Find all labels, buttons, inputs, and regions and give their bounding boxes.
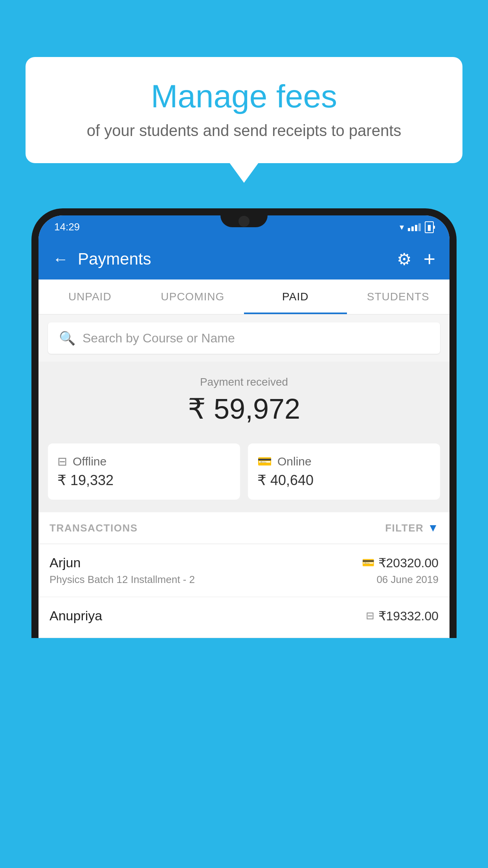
transaction-name-anupriya: Anupriya [50, 608, 102, 623]
search-icon: 🔍 [59, 330, 75, 346]
transaction-name-arjun: Arjun [50, 555, 81, 570]
transaction-top-arjun: Arjun 💳 ₹20320.00 [50, 555, 438, 570]
online-card-top: 💳 Online [257, 454, 431, 468]
phone-screen: 14:29 ▾ ▮ [39, 215, 449, 638]
offline-amount: ₹ 19,332 [57, 472, 231, 489]
signal-icon [408, 223, 421, 231]
transaction-top-anupriya: Anupriya ⊟ ₹19332.00 [50, 608, 438, 623]
phone-notch [220, 215, 268, 227]
card-payment-icon: 💳 [362, 557, 374, 569]
transaction-amount-arjun: ₹20320.00 [378, 555, 438, 570]
payment-label: Payment received [48, 376, 440, 388]
transactions-label: TRANSACTIONS [50, 522, 138, 534]
payment-cards-row: ⊟ Offline ₹ 19,332 💳 Online ₹ 40,640 [39, 437, 449, 512]
filter-label: FILTER [385, 522, 424, 534]
speech-bubble: Manage fees of your students and send re… [26, 57, 462, 163]
tab-paid[interactable]: PAID [244, 280, 347, 314]
search-input[interactable]: Search by Course or Name [83, 331, 235, 346]
tab-upcoming[interactable]: UPCOMING [141, 280, 244, 314]
search-box[interactable]: 🔍 Search by Course or Name [48, 322, 440, 354]
transaction-bottom-arjun: Physics Batch 12 Installment - 2 06 June… [50, 574, 438, 586]
camera-dot [238, 216, 250, 227]
transaction-course-arjun: Physics Batch 12 Installment - 2 [50, 574, 195, 586]
bubble-title: Manage fees [49, 79, 439, 114]
back-button[interactable]: ← [53, 250, 68, 268]
add-button[interactable]: + [424, 247, 435, 271]
battery-icon: ▮ [425, 221, 434, 233]
table-row[interactable]: Anupriya ⊟ ₹19332.00 [39, 597, 449, 638]
offline-payment-icon: ⊟ [57, 454, 67, 468]
transaction-amount-wrap-anupriya: ⊟ ₹19332.00 [366, 609, 438, 623]
tabs-container: UNPAID UPCOMING PAID STUDENTS [39, 280, 449, 314]
wifi-icon: ▾ [400, 222, 404, 232]
settings-icon[interactable]: ⚙ [397, 250, 412, 269]
filter-icon: ▼ [427, 522, 438, 534]
transaction-date-arjun: 06 June 2019 [376, 574, 438, 586]
tab-students[interactable]: STUDENTS [347, 280, 450, 314]
transaction-amount-wrap-arjun: 💳 ₹20320.00 [362, 555, 438, 570]
online-label: Online [277, 455, 312, 468]
payment-amount: ₹ 59,972 [48, 392, 440, 425]
header-left: ← Payments [53, 250, 151, 268]
app-header: ← Payments ⚙ + [39, 239, 449, 280]
online-card: 💳 Online ₹ 40,640 [248, 443, 440, 500]
phone-container: 14:29 ▾ ▮ [31, 208, 457, 868]
offline-card-top: ⊟ Offline [57, 454, 231, 468]
offline-payment-icon-row: ⊟ [366, 610, 374, 622]
offline-card: ⊟ Offline ₹ 19,332 [48, 443, 240, 500]
status-time: 14:29 [54, 221, 80, 233]
bubble-subtitle: of your students and send receipts to pa… [49, 122, 439, 140]
status-icons: ▾ ▮ [400, 221, 434, 233]
table-row[interactable]: Arjun 💳 ₹20320.00 Physics Batch 12 Insta… [39, 544, 449, 597]
transactions-header: TRANSACTIONS FILTER ▼ [39, 512, 449, 544]
speech-bubble-container: Manage fees of your students and send re… [26, 57, 462, 163]
phone-outer: 14:29 ▾ ▮ [31, 208, 457, 638]
transaction-amount-anupriya: ₹19332.00 [378, 609, 438, 623]
tab-unpaid[interactable]: UNPAID [39, 280, 141, 314]
page-title: Payments [78, 250, 151, 268]
search-container: 🔍 Search by Course or Name [39, 314, 449, 362]
online-payment-icon: 💳 [257, 454, 272, 468]
header-right: ⚙ + [397, 247, 435, 271]
filter-button[interactable]: FILTER ▼ [385, 522, 438, 534]
online-amount: ₹ 40,640 [257, 472, 431, 489]
offline-label: Offline [73, 455, 106, 468]
payment-received-section: Payment received ₹ 59,972 [39, 362, 449, 437]
